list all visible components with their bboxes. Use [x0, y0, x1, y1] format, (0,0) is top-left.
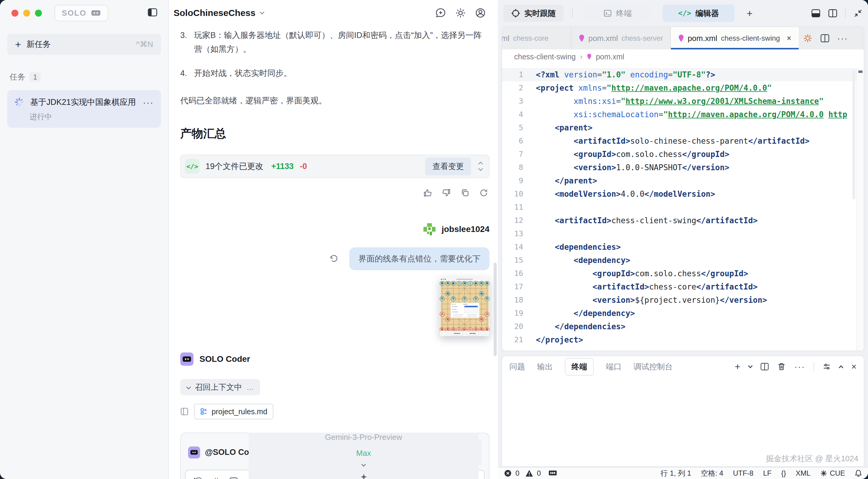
more-actions-button[interactable]: ··· — [837, 33, 848, 43]
view-changes-button[interactable]: 查看变更 — [425, 158, 471, 175]
zoom-window-button[interactable] — [35, 10, 42, 17]
tab-ports[interactable]: 端口 — [606, 361, 621, 372]
new-terminal-button[interactable]: + — [735, 361, 741, 372]
code-line[interactable]: 13 — [502, 227, 864, 241]
code-line[interactable]: 10 <modelVersion>4.0.0</modelVersion> — [502, 187, 864, 201]
cursor-position[interactable]: 行 1, 列 1 — [661, 469, 691, 478]
settings-gear-icon[interactable] — [455, 7, 466, 19]
code-line[interactable]: 14 <dependencies> — [502, 241, 864, 254]
code-line[interactable]: 2<project xmlns="http://maven.apache.org… — [502, 81, 864, 95]
minimap[interactable] — [857, 68, 864, 351]
chevron-down-icon[interactable] — [259, 10, 264, 14]
trash-icon[interactable] — [777, 362, 786, 371]
file-tab-chess-server[interactable]: pom.xml chess-server — [571, 27, 671, 50]
split-terminal-icon[interactable] — [761, 363, 769, 371]
panel-preview-icon[interactable] — [180, 407, 189, 416]
attach-image-button[interactable] — [229, 477, 239, 479]
indent-setting[interactable]: 空格: 4 — [701, 469, 723, 478]
file-tab-chess-client-swing[interactable]: pom.xml chess-client-swing × — [671, 27, 799, 50]
chess-screenshot-thumbnail[interactable]: 車馬象士將士象馬車炮炮卒卒卒卒卒兵兵兵兵兵炮炮車馬相仕帥仕相馬車 — [440, 277, 490, 336]
account-icon[interactable] — [475, 7, 486, 19]
code-line[interactable]: 8 <version>1.0.0-SNAPSHOT</version> — [502, 161, 864, 174]
expand-collapse-stepper[interactable] — [479, 162, 482, 170]
tab-problems[interactable]: 问题 — [509, 361, 525, 372]
layout-settings-icon[interactable] — [823, 362, 831, 371]
add-view-button[interactable]: + — [747, 7, 752, 19]
context-recall-pill[interactable]: 召回上下文中 ... — [180, 379, 260, 395]
code-line[interactable]: 6 <artifactId>solo-chinese-chess-parent<… — [502, 134, 864, 148]
chevron-down-icon[interactable] — [748, 363, 753, 368]
code-line[interactable]: 11 — [502, 201, 864, 214]
code-line[interactable]: 21</project> — [502, 333, 864, 346]
code-line[interactable]: 7 <groupId>com.solo.chess</groupId> — [502, 148, 864, 161]
code-line[interactable]: 15 <dependency> — [502, 254, 864, 267]
code-line[interactable]: 5 <parent> — [502, 121, 864, 134]
cue-status[interactable]: CUE — [820, 469, 845, 478]
mention-button[interactable]: @ — [193, 476, 203, 479]
close-window-button[interactable] — [11, 10, 19, 17]
ai-spark-icon[interactable] — [803, 33, 812, 43]
tab-output[interactable]: 输出 — [537, 361, 553, 372]
tab-terminal-view[interactable]: 终端 — [585, 4, 650, 22]
warnings-icon[interactable] — [525, 469, 533, 477]
model-selector-label[interactable]: Gemini-3-Pro-Preview — [325, 433, 402, 442]
chevron-down-icon[interactable] — [361, 462, 366, 467]
tab-live-follow[interactable]: 实时跟随 — [503, 4, 564, 22]
chat-title[interactable]: SoloChineseChess — [174, 8, 255, 18]
errors-icon[interactable] — [504, 469, 512, 477]
new-chat-icon[interactable] — [435, 7, 446, 19]
editor-scrollbar[interactable] — [852, 70, 855, 199]
ports-icon[interactable] — [548, 470, 557, 477]
eol-setting[interactable]: LF — [763, 469, 772, 478]
code-line[interactable]: 16 <groupId>com.solo.chess</groupId> — [502, 267, 864, 280]
topic-button[interactable]: # — [213, 476, 218, 479]
code-line[interactable]: 17 <artifactId>chess-core</artifactId> — [502, 280, 864, 293]
toggle-panel-icon[interactable] — [811, 9, 820, 18]
maximize-panel-icon[interactable] — [839, 365, 844, 370]
terminal-content[interactable]: 掘金技术社区 @ 星火1024 — [502, 377, 864, 466]
minimize-window-button[interactable] — [23, 10, 30, 17]
user-avatar[interactable] — [423, 223, 436, 236]
thumbs-up-icon[interactable] — [423, 188, 432, 197]
solo-mode-badge[interactable]: SOLO — [55, 5, 108, 21]
copy-icon[interactable] — [461, 188, 470, 197]
code-editor[interactable]: 1<?xml version="1.0" encoding="UTF-8"?>2… — [502, 64, 864, 351]
code-line[interactable]: 3 xmlns:xsi="http://www.w3.org/2001/XMLS… — [502, 95, 864, 108]
chat-input[interactable]: 您正在与 SOLO Coder 聊天 @ # Gemini-3-Pro-Prev… — [185, 470, 485, 479]
breadcrumb[interactable]: chess-client-swing › pom.xml — [502, 50, 864, 64]
code-line[interactable]: 19 </dependency> — [502, 307, 864, 320]
collapse-sidebar-icon[interactable] — [148, 8, 157, 17]
context-file-chip[interactable]: project_rules.md — [194, 404, 273, 419]
collapse-panel-icon[interactable] — [854, 9, 863, 18]
thumbs-down-icon[interactable] — [442, 188, 451, 197]
file-encoding[interactable]: UTF-8 — [733, 469, 753, 478]
tab-debug-console[interactable]: 调试控制台 — [633, 361, 673, 372]
code-line[interactable]: 20 </dependencies> — [502, 320, 864, 333]
language-mode[interactable]: XML — [796, 469, 810, 478]
split-editor-icon[interactable] — [820, 34, 830, 42]
close-tab-icon[interactable]: × — [786, 34, 792, 43]
split-editor-icon[interactable] — [828, 9, 837, 18]
enhance-prompt-icon[interactable] — [360, 473, 370, 479]
format-braces[interactable]: {} — [781, 469, 786, 478]
tab-editor-view[interactable]: </> 编辑器 — [662, 4, 735, 22]
more-actions-button[interactable]: ··· — [794, 361, 805, 372]
file-tab-chess-core[interactable]: pom.xml chess-core — [502, 27, 571, 50]
code-line[interactable]: 1<?xml version="1.0" encoding="UTF-8"?> — [502, 68, 864, 81]
notifications-bell-icon[interactable] — [855, 469, 862, 477]
regenerate-icon[interactable] — [479, 188, 488, 197]
file-change-card[interactable]: </> 19个文件已更改 +1133 -0 查看变更 — [180, 155, 490, 178]
task-item[interactable]: 基于JDK21实现中国象棋应用 ··· 进行中 — [7, 90, 161, 128]
code-line[interactable]: 4 xsi:schemaLocation="http://maven.apach… — [502, 108, 864, 121]
code-line[interactable]: 9 </parent> — [502, 174, 864, 187]
breadcrumb-folder[interactable]: chess-client-swing — [514, 53, 576, 61]
task-more-button[interactable]: ··· — [143, 100, 154, 104]
close-panel-icon[interactable]: × — [851, 361, 857, 372]
tab-terminal[interactable]: 终端 — [565, 358, 594, 376]
new-task-button[interactable]: + 新任务 ^⌘N — [7, 34, 161, 55]
code-line[interactable]: 12 <artifactId>chess-client-swing</artif… — [502, 214, 864, 227]
code-line[interactable]: 18 <version>${project.version}</version> — [502, 293, 864, 307]
chat-scrollbar[interactable] — [494, 263, 497, 356]
restore-checkpoint-icon[interactable] — [329, 254, 338, 263]
breadcrumb-file[interactable]: pom.xml — [596, 53, 624, 61]
